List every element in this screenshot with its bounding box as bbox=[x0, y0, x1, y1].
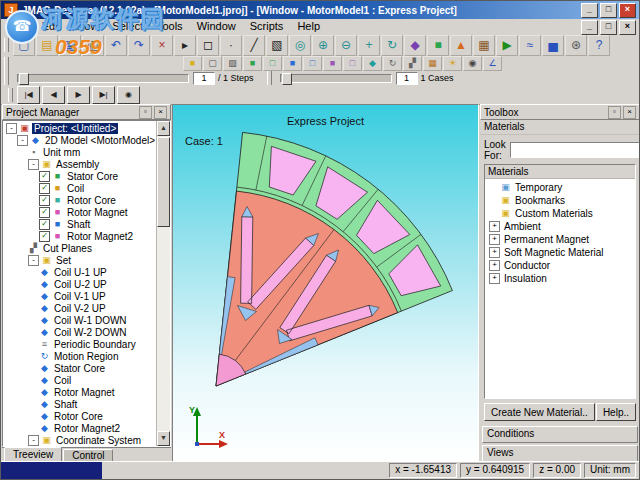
shaded-view-button[interactable]: ■ bbox=[183, 56, 202, 71]
undock-icon[interactable]: ▫ bbox=[139, 106, 152, 119]
scroll-thumb[interactable] bbox=[157, 137, 170, 227]
tree-item[interactable]: - ▣ Set bbox=[3, 254, 156, 266]
pan-view-button[interactable]: + bbox=[358, 35, 380, 56]
expander-icon[interactable]: - bbox=[28, 159, 39, 170]
step-slider[interactable] bbox=[17, 74, 189, 83]
play-button[interactable]: ▶ bbox=[67, 86, 90, 104]
case-slider[interactable] bbox=[280, 74, 392, 83]
expander-icon[interactable]: + bbox=[489, 234, 500, 245]
item-checkbox[interactable]: ✓ bbox=[39, 195, 50, 206]
new-button[interactable]: ▢ bbox=[13, 35, 35, 56]
tree-item[interactable]: ✓ ■ Rotor Core bbox=[3, 194, 156, 206]
run-analysis-button[interactable]: ▶ bbox=[496, 35, 518, 56]
conditions-section-bar[interactable]: Conditions bbox=[482, 426, 638, 443]
step-slider-handle[interactable] bbox=[19, 73, 29, 85]
select-mode-button[interactable]: ▸ bbox=[174, 35, 196, 56]
box-select-button[interactable]: ◻ bbox=[197, 35, 219, 56]
tree-item[interactable]: ◆ Coil bbox=[3, 374, 156, 386]
tree-item[interactable]: ↻ Motion Region bbox=[3, 350, 156, 362]
back-view-button[interactable]: □ bbox=[263, 56, 282, 71]
fit-view-button[interactable]: ◎ bbox=[289, 35, 311, 56]
snapshot-button[interactable]: ◉ bbox=[463, 56, 482, 71]
menu-item[interactable]: Window bbox=[190, 19, 243, 34]
graph-button[interactable]: ▅ bbox=[542, 35, 564, 56]
tree-item[interactable]: ✓ ■ Coil bbox=[3, 182, 156, 194]
tree-item[interactable]: - ◆ 2D Model <MotorModel> bbox=[3, 134, 156, 146]
create-new-material-button[interactable]: Create New Material.. bbox=[484, 403, 595, 421]
measure-button[interactable]: ∠ bbox=[483, 56, 502, 71]
left-view-button[interactable]: ■ bbox=[283, 56, 302, 71]
restore-button[interactable]: □ bbox=[600, 3, 617, 18]
material-tree-item[interactable]: + Soft Magnetic Material bbox=[486, 246, 634, 259]
item-checkbox[interactable]: ✓ bbox=[39, 207, 50, 218]
tree-item[interactable]: ◆ Coil W-2 DOWN bbox=[3, 326, 156, 338]
item-checkbox[interactable]: ✓ bbox=[39, 231, 50, 242]
save-button[interactable]: ▦ bbox=[59, 35, 81, 56]
help-button[interactable]: ? bbox=[588, 35, 610, 56]
tree-item[interactable]: ◆ Rotor Magnet2 bbox=[3, 422, 156, 434]
menu-item[interactable]: File bbox=[3, 19, 35, 34]
material-tree-item[interactable]: + Ambient bbox=[486, 220, 634, 233]
condition-button[interactable]: ▲ bbox=[450, 35, 472, 56]
expander-icon[interactable]: + bbox=[489, 221, 500, 232]
mdi-minimize-button[interactable]: _ bbox=[581, 20, 598, 35]
material-tree-item[interactable]: ▣ Temporary bbox=[486, 181, 634, 194]
expander-icon[interactable]: + bbox=[489, 260, 500, 271]
go-first-button[interactable]: |◀ bbox=[17, 86, 40, 104]
material-tree-item[interactable]: + Permanent Magnet bbox=[486, 233, 634, 246]
expander-icon[interactable]: - bbox=[6, 123, 17, 134]
item-checkbox[interactable]: ✓ bbox=[39, 183, 50, 194]
pick-vertex-button[interactable]: ∙ bbox=[220, 35, 242, 56]
expander-icon[interactable]: + bbox=[489, 273, 500, 284]
light-button[interactable]: ☀ bbox=[443, 56, 462, 71]
go-last-button[interactable]: ▶| bbox=[92, 86, 115, 104]
expander-icon[interactable]: - bbox=[28, 435, 39, 446]
zoom-out-button[interactable]: ⊖ bbox=[335, 35, 357, 56]
scroll-up-icon[interactable]: ▲ bbox=[157, 121, 170, 136]
tree-item[interactable]: ◆ Coil V-2 UP bbox=[3, 302, 156, 314]
delete-button[interactable]: × bbox=[151, 35, 173, 56]
material-tree-item[interactable]: ▣ Bookmarks bbox=[486, 194, 634, 207]
tree-item[interactable]: ◆ Rotor Magnet bbox=[3, 386, 156, 398]
material-tree-item[interactable]: ▣ Custom Materials bbox=[486, 207, 634, 220]
step-back-button[interactable]: ◀ bbox=[42, 86, 65, 104]
tree-item[interactable]: ✓ ■ Rotor Magnet bbox=[3, 206, 156, 218]
menu-item[interactable]: Tools bbox=[150, 19, 190, 34]
open-button[interactable]: ▤ bbox=[36, 35, 58, 56]
close-icon[interactable]: × bbox=[623, 106, 636, 119]
geometry-editor-button[interactable]: ◆ bbox=[404, 35, 426, 56]
views-section-bar[interactable]: Views bbox=[482, 445, 638, 462]
menu-item[interactable]: Edit bbox=[35, 19, 68, 34]
mdi-restore-button[interactable]: □ bbox=[600, 20, 617, 35]
tree-item[interactable]: ✓ ■ Rotor Magnet2 bbox=[3, 230, 156, 242]
scroll-track[interactable] bbox=[157, 136, 170, 431]
menu-item[interactable]: Scripts bbox=[243, 19, 291, 34]
pick-face-button[interactable]: ▧ bbox=[266, 35, 288, 56]
close-icon[interactable]: × bbox=[154, 106, 167, 119]
tree-item[interactable]: ◆ Coil W-1 DOWN bbox=[3, 314, 156, 326]
scroll-down-icon[interactable]: ▼ bbox=[157, 431, 170, 446]
top-view-button[interactable]: ■ bbox=[323, 56, 342, 71]
tree-item[interactable]: ◆ Stator Core bbox=[3, 362, 156, 374]
redo-button[interactable]: ↷ bbox=[128, 35, 150, 56]
tree-item[interactable]: ◆ Shaft bbox=[3, 398, 156, 410]
mdi-close-button[interactable]: × bbox=[619, 20, 636, 35]
hidden-line-view-button[interactable]: ▨ bbox=[223, 56, 242, 71]
tree-item[interactable]: ◆ Rotor Core bbox=[3, 410, 156, 422]
material-tree-item[interactable]: + Insulation bbox=[486, 272, 634, 285]
bottom-view-button[interactable]: □ bbox=[343, 56, 362, 71]
tree-item[interactable]: ▪ Unit mm bbox=[3, 146, 156, 158]
menu-item[interactable]: View bbox=[68, 19, 106, 34]
pick-edge-button[interactable]: ╱ bbox=[243, 35, 265, 56]
toolbar-grip[interactable] bbox=[4, 71, 9, 85]
menu-item[interactable]: Select bbox=[105, 19, 150, 34]
tree-item[interactable]: ≡ Periodic Boundary bbox=[3, 338, 156, 350]
minimize-button[interactable]: _ bbox=[581, 3, 598, 18]
section-view-button[interactable]: ▞ bbox=[403, 56, 422, 71]
tree-item[interactable]: ◆ Coil V-1 UP bbox=[3, 290, 156, 302]
expander-icon[interactable]: - bbox=[17, 135, 28, 146]
tools-button[interactable]: ⊛ bbox=[565, 35, 587, 56]
toolbar-grip[interactable] bbox=[4, 38, 9, 52]
tree-item[interactable]: ▞ Cut Planes bbox=[3, 242, 156, 254]
case-slider-handle[interactable] bbox=[282, 73, 292, 85]
